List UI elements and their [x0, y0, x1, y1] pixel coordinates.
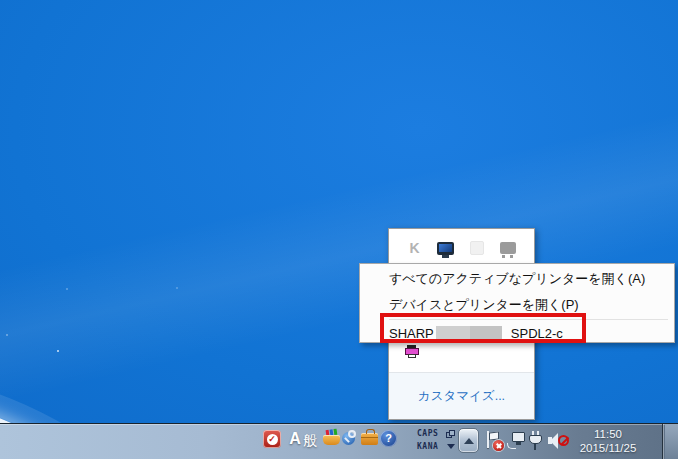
volume-muted-icon[interactable] [548, 432, 569, 450]
power-plug-icon[interactable] [529, 431, 543, 450]
antivirus-k-glyph: K [409, 240, 419, 256]
error-badge-icon [493, 440, 504, 451]
faded-app-icon[interactable] [461, 237, 492, 259]
show-desktop-button[interactable] [665, 424, 678, 459]
wallpaper-sparkle [6, 334, 8, 336]
menu-item-open-devices-and-printers[interactable]: デバイスとプリンターを開く(P) [360, 292, 674, 318]
tray-overflow-icon-grid: K [399, 237, 525, 259]
antivirus-k-icon[interactable]: K [399, 237, 430, 259]
printer-name-suffix: SPDL2-c [511, 326, 563, 341]
network-monitor [512, 432, 525, 442]
display-monitor-icon[interactable] [430, 237, 461, 259]
restore-front-square [449, 430, 455, 436]
customize-link[interactable]: カスタマイズ... [418, 388, 505, 405]
speaker-box [548, 437, 552, 444]
show-hidden-icons-button[interactable] [458, 428, 479, 453]
printer-status-icon[interactable] [405, 345, 419, 358]
plug-head [529, 435, 542, 444]
plug-cord [534, 444, 536, 450]
magnifier-lens [348, 430, 356, 438]
ime-pad-icon[interactable] [323, 431, 340, 446]
generic-device-glyph [500, 242, 516, 254]
mute-slash-icon [558, 435, 569, 446]
caps-indicator[interactable]: CAPS [417, 429, 438, 438]
chevron-up-icon [464, 438, 474, 444]
wallpaper-sparkle [176, 287, 178, 289]
ime-pad-basket [323, 435, 340, 445]
clock-date: 2015/11/25 [572, 441, 644, 455]
help-icon[interactable]: ? [380, 430, 397, 447]
faded-app-glyph [470, 241, 484, 255]
language-bar-restore-icon[interactable] [446, 430, 455, 438]
wallpaper-light-streak [0, 57, 678, 454]
wallpaper-sparkle [57, 350, 59, 352]
dictionary-search-icon[interactable] [342, 430, 359, 447]
action-center-flag-icon[interactable] [485, 431, 504, 451]
network-stand [516, 442, 521, 445]
show-desktop-divider [662, 424, 663, 459]
taskbar-clock[interactable]: 11:50 2015/11/25 [572, 427, 644, 455]
ime-input-mode-button[interactable]: A [288, 430, 302, 448]
printer-name-prefix: SHARP [389, 326, 434, 341]
flyout-customize-section: カスタマイズ... [389, 372, 534, 419]
network-cable [507, 443, 516, 449]
kana-indicator[interactable]: KANA [417, 442, 438, 451]
clock-time: 11:50 [572, 427, 644, 441]
security-shield-icon[interactable]: ✓ [263, 430, 281, 448]
taskbar: ✓ A 般 ? CAPS KANA [0, 423, 678, 459]
menu-item-sharp-printer[interactable]: SHARPSPDL2-c [360, 322, 674, 345]
ime-toolbox-icon[interactable] [361, 433, 378, 445]
shield-check: ✓ [268, 435, 276, 444]
language-bar-menu-icon[interactable] [447, 444, 455, 449]
network-icon[interactable] [507, 432, 525, 449]
redacted-printer-model [436, 326, 502, 340]
generic-device-icon[interactable] [492, 237, 523, 259]
printer-paper [408, 354, 416, 358]
desktop-wallpaper: K カスタマイズ... すべてのアクティブなプリンターを開く(A) デバイスとプ… [0, 0, 678, 459]
printer-context-menu: すべてのアクティブなプリンターを開く(A) デバイスとプリンターを開く(P) S… [359, 263, 675, 343]
wallpaper-sparkle [66, 288, 68, 290]
ime-conversion-mode-button[interactable]: 般 [303, 432, 317, 450]
menu-item-open-active-printers[interactable]: すべてのアクティブなプリンターを開く(A) [360, 266, 674, 292]
menu-separator [389, 319, 668, 320]
display-monitor-glyph [437, 242, 454, 255]
shield-ring: ✓ [267, 434, 278, 445]
